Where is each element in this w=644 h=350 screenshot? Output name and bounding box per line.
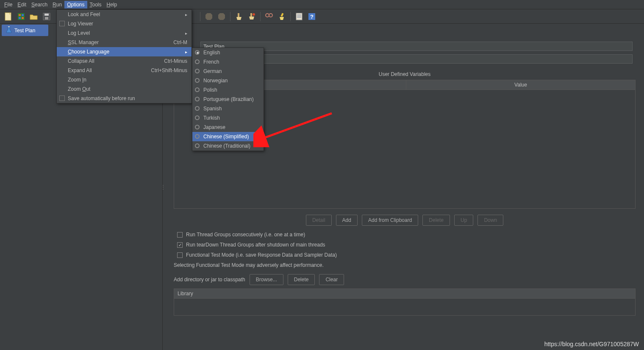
svg-marker-10 bbox=[205, 13, 212, 20]
lang-portuguese-br[interactable]: Portuguese (Brazilian) bbox=[192, 95, 264, 104]
lang-german[interactable]: German bbox=[192, 67, 264, 76]
open-folder-icon[interactable] bbox=[29, 11, 39, 22]
dd-zoom-out[interactable]: Zoom Out bbox=[57, 84, 192, 94]
clear-all-icon[interactable] bbox=[247, 11, 257, 22]
cb-consecutive-row[interactable]: Run Thread Groups consecutively (i.e. on… bbox=[174, 232, 636, 238]
function-helper-icon[interactable] bbox=[294, 11, 304, 22]
lang-english[interactable]: English bbox=[192, 48, 264, 57]
col-value[interactable]: Value bbox=[406, 80, 635, 90]
lang-chinese-traditional[interactable]: Chinese (Traditional) bbox=[192, 141, 264, 151]
lang-spanish[interactable]: Spanish bbox=[192, 104, 264, 113]
detail-button[interactable]: Detail bbox=[306, 215, 332, 226]
watermark: https://blog.csdn.net/G971005287W bbox=[544, 341, 639, 347]
toolbar-separator bbox=[260, 12, 261, 21]
menu-file-rest: ile bbox=[7, 2, 12, 8]
tree-root-label: Test Plan bbox=[14, 28, 35, 34]
cb-teardown-label: Run tearDown Thread Groups after shutdow… bbox=[186, 242, 325, 248]
dd-log-level[interactable]: Log Level▸ bbox=[57, 28, 192, 38]
shutdown-icon[interactable] bbox=[217, 11, 227, 22]
lang-japanese[interactable]: Japanese bbox=[192, 123, 264, 132]
language-dropdown: English French German Norwegian Polish P… bbox=[192, 48, 264, 151]
add-from-clipboard-button[interactable]: Add from Clipboard bbox=[362, 215, 418, 226]
svg-rect-3 bbox=[19, 14, 21, 16]
add-button[interactable]: Add bbox=[336, 215, 358, 226]
lang-turkish[interactable]: Turkish bbox=[192, 113, 264, 123]
menu-file[interactable]: File bbox=[2, 1, 15, 8]
classpath-delete-button[interactable]: Delete bbox=[288, 274, 315, 285]
svg-text:?: ? bbox=[310, 14, 314, 20]
toolbar-separator bbox=[230, 12, 230, 21]
svg-rect-13 bbox=[250, 13, 252, 17]
checkbox-icon bbox=[59, 95, 65, 101]
checkbox-icon bbox=[177, 232, 183, 238]
menu-help[interactable]: Help bbox=[104, 1, 120, 8]
dd-zoom-in[interactable]: Zoom In bbox=[57, 75, 192, 84]
svg-rect-18 bbox=[280, 13, 283, 17]
checkbox-icon bbox=[59, 21, 65, 26]
search-tree-icon[interactable] bbox=[264, 11, 274, 22]
radio-icon bbox=[195, 106, 200, 111]
templates-icon[interactable] bbox=[16, 11, 26, 22]
dd-choose-language[interactable]: Choose Language▸ bbox=[57, 47, 192, 56]
toolbar-separator bbox=[290, 12, 291, 21]
clear-icon[interactable] bbox=[234, 11, 244, 22]
svg-point-15 bbox=[266, 14, 269, 17]
comments-input[interactable] bbox=[205, 54, 633, 64]
name-input[interactable]: Test Plan bbox=[200, 42, 633, 51]
lang-chinese-simplified[interactable]: Chinese (Simplified) bbox=[192, 132, 264, 141]
library-header[interactable]: Library bbox=[174, 288, 636, 299]
flask-icon bbox=[6, 26, 12, 34]
cb-consecutive-label: Run Thread Groups consecutively (i.e. on… bbox=[186, 232, 305, 238]
menu-tools[interactable]: Tools bbox=[87, 1, 104, 8]
menu-edit[interactable]: Edit bbox=[15, 1, 29, 8]
dd-look-and-feel[interactable]: Look and Feel▸ bbox=[57, 10, 192, 19]
lang-norwegian[interactable]: Norwegian bbox=[192, 76, 264, 85]
cb-teardown-row[interactable]: Run tearDown Thread Groups after shutdow… bbox=[174, 242, 636, 248]
svg-rect-8 bbox=[44, 14, 49, 16]
svg-point-14 bbox=[253, 13, 255, 16]
browse-button[interactable]: Browse... bbox=[250, 274, 283, 285]
help-icon[interactable]: ? bbox=[307, 11, 317, 22]
svg-rect-19 bbox=[296, 13, 302, 20]
lang-polish[interactable]: Polish bbox=[192, 85, 264, 95]
cb-functional-row[interactable]: Functional Test Mode (i.e. save Response… bbox=[174, 252, 636, 258]
svg-marker-11 bbox=[218, 13, 225, 20]
reset-search-icon[interactable] bbox=[277, 11, 287, 22]
svg-rect-4 bbox=[22, 14, 24, 16]
dd-save-auto[interactable]: Save automatically before run bbox=[57, 94, 192, 103]
svg-rect-6 bbox=[22, 17, 24, 19]
up-button[interactable]: Up bbox=[454, 215, 473, 226]
menu-options[interactable]: Options bbox=[64, 1, 87, 8]
save-icon[interactable] bbox=[42, 11, 52, 22]
svg-rect-5 bbox=[19, 17, 21, 19]
delete-button[interactable]: Delete bbox=[422, 215, 450, 226]
menu-run[interactable]: Run bbox=[50, 1, 64, 8]
classpath-label: Add directory or jar to classpath bbox=[174, 277, 245, 283]
toolbar-separator bbox=[200, 12, 200, 21]
radio-selected-icon bbox=[195, 50, 200, 55]
options-dropdown: Look and Feel▸ Log Viewer Log Level▸ SSL… bbox=[56, 9, 192, 104]
svg-rect-12 bbox=[238, 13, 239, 17]
library-table-body[interactable] bbox=[174, 299, 636, 316]
stop-icon[interactable] bbox=[204, 11, 214, 22]
down-button[interactable]: Down bbox=[477, 215, 503, 226]
dd-ssl-manager[interactable]: SSL ManagerCtrl-M bbox=[57, 38, 192, 47]
radio-icon bbox=[195, 125, 200, 129]
svg-point-16 bbox=[269, 14, 272, 17]
dd-expand-all[interactable]: Expand AllCtrl+Shift-Minus bbox=[57, 66, 192, 75]
dd-log-viewer[interactable]: Log Viewer bbox=[57, 19, 192, 28]
lang-french[interactable]: French bbox=[192, 57, 264, 67]
cb-functional-label: Functional Test Mode (i.e. save Response… bbox=[186, 252, 337, 258]
radio-icon bbox=[195, 59, 200, 64]
svg-rect-9 bbox=[45, 17, 48, 20]
radio-icon bbox=[195, 97, 200, 101]
dd-collapse-all[interactable]: Collapse AllCtrl-Minus bbox=[57, 56, 192, 66]
clear-button[interactable]: Clear bbox=[319, 274, 344, 285]
svg-rect-25 bbox=[8, 26, 10, 27]
tree-row-test-plan[interactable]: Test Plan bbox=[2, 25, 48, 36]
classpath-row: Add directory or jar to classpath Browse… bbox=[174, 274, 636, 285]
radio-icon bbox=[195, 87, 200, 92]
menu-search[interactable]: Search bbox=[29, 1, 50, 8]
checkbox-icon bbox=[177, 252, 183, 258]
new-file-icon[interactable] bbox=[3, 11, 14, 22]
